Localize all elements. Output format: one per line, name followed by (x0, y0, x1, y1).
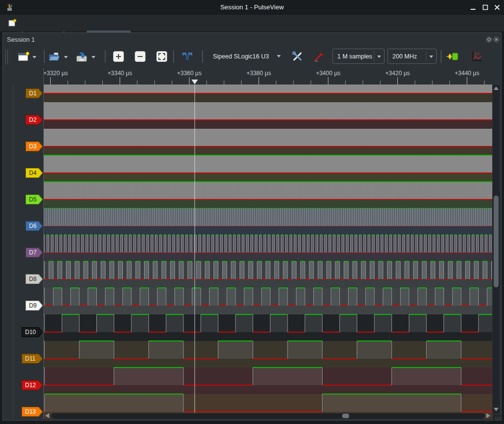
maximize-icon (482, 4, 488, 10)
horizontal-scroll-thumb[interactable] (342, 414, 349, 418)
zoom-out-icon (137, 53, 144, 60)
svg-text:+3380 µs: +3380 µs (246, 70, 271, 77)
device-name: Sipeed SLogic16 U3 (213, 53, 269, 60)
trace-D10[interactable] (44, 314, 492, 341)
zoom-out-button[interactable] (135, 51, 146, 62)
trace-D7[interactable] (44, 234, 492, 261)
svg-text:+3400 µs: +3400 µs (316, 70, 340, 77)
trace-D2[interactable] (44, 102, 492, 129)
channel-label-text: D9 (26, 301, 42, 310)
channel-label-text: D3 (26, 142, 42, 151)
channel-label-text: D2 (26, 115, 42, 124)
svg-text:+3440 µs: +3440 µs (455, 70, 479, 77)
channel-label-text: D6 (26, 222, 42, 230)
panel-title: Session 1 (7, 36, 35, 43)
channel-label-text: D5 (26, 195, 42, 204)
new-session-button[interactable] (5, 16, 20, 30)
configure-device-icon (292, 51, 303, 62)
minimize-button[interactable] (468, 3, 478, 12)
math-signal-icon: f(x) (471, 51, 482, 62)
scroll-right-icon[interactable] (486, 413, 490, 418)
toolbar-drag-handle[interactable] (7, 50, 8, 64)
channel-label-D12[interactable]: D12 (22, 380, 43, 390)
svg-text:+3320 µs: +3320 µs (44, 70, 68, 77)
window-title: Session 1 - PulseView (0, 3, 504, 11)
open-icon (48, 52, 60, 62)
channel-label-text: D13 (22, 407, 42, 416)
channel-label-D13[interactable]: D13 (22, 407, 43, 417)
channel-label-D11[interactable]: D11 (22, 354, 43, 364)
trace-D4[interactable] (44, 155, 492, 182)
svg-text:f(x): f(x) (474, 52, 479, 56)
minimize-icon (470, 4, 476, 10)
svg-text:+3340 µs: +3340 µs (108, 70, 132, 77)
toolbar-drag-handle[interactable] (5, 50, 6, 64)
trace-D6[interactable] (44, 208, 492, 235)
trace-D11[interactable] (44, 340, 492, 367)
add-decoder-button[interactable] (445, 51, 459, 62)
scroll-down-icon[interactable] (494, 408, 499, 411)
window-titlebar[interactable]: Session 1 - PulseView (0, 0, 504, 15)
configure-channels-button[interactable] (312, 50, 326, 63)
open-button[interactable] (48, 48, 72, 66)
sample-rate-value: 200 MHz (392, 53, 417, 60)
zoom-in-icon (115, 53, 122, 60)
scroll-up-icon[interactable] (494, 86, 499, 90)
channel-label-text: D11 (22, 354, 42, 363)
trace-pane-handle[interactable] (12, 85, 14, 419)
save-icon (76, 52, 88, 62)
dropdown-caret-icon (277, 55, 281, 57)
vertical-scroll-thumb[interactable] (494, 196, 499, 287)
channel-label-text: D10 (22, 328, 42, 337)
trace-D8[interactable] (44, 261, 492, 288)
close-icon (494, 4, 500, 10)
sample-count-select[interactable]: 1 M samples (332, 49, 385, 64)
channel-label-text: D12 (22, 381, 42, 390)
svg-text:+3360 µs: +3360 µs (177, 70, 202, 77)
trace-D9[interactable] (44, 287, 492, 314)
size-grip[interactable] (494, 416, 501, 422)
zoom-fit-button[interactable] (156, 51, 167, 62)
decoder-flags-icon (181, 51, 193, 62)
trace-D3[interactable] (44, 129, 492, 155)
new-view-button[interactable] (18, 48, 41, 66)
configure-device-button[interactable] (290, 50, 305, 63)
label-area-divider (43, 69, 44, 419)
float-panel-button[interactable] (486, 36, 492, 43)
channel-label-D10[interactable]: D10 (22, 327, 43, 337)
zoom-in-button[interactable] (113, 51, 124, 62)
svg-text:+3420 µs: +3420 µs (385, 70, 410, 77)
sample-count-value: 1 M samples (337, 53, 372, 60)
new-view-icon (18, 52, 30, 62)
add-decoder-icon (446, 51, 459, 62)
dropdown-caret-icon (429, 56, 433, 58)
scroll-left-icon[interactable] (45, 413, 49, 418)
device-selector[interactable]: Sipeed SLogic16 U3 (209, 49, 281, 64)
channel-label-text: D8 (26, 275, 42, 283)
trace-view[interactable]: +3320 µs+3340 µs+3360 µs+3380 µs+3400 µs… (44, 69, 492, 419)
maximize-button[interactable] (480, 3, 490, 12)
dropdown-caret-icon (64, 56, 68, 58)
sample-rate-select[interactable]: 200 MHz (387, 49, 437, 64)
channel-label-text: D1 (26, 89, 42, 98)
horizontal-scrollbar[interactable] (51, 413, 485, 419)
close-panel-button[interactable] (493, 36, 500, 43)
timeline-ruler[interactable]: +3320 µs+3340 µs+3360 µs+3380 µs+3400 µs… (44, 70, 485, 85)
close-button[interactable] (492, 3, 502, 12)
dropdown-caret-icon (91, 56, 95, 58)
configure-channels-icon (313, 51, 325, 62)
pulseview-window: Session 1 - PulseView Run (0, 0, 504, 424)
channel-label-text: D4 (26, 169, 42, 177)
new-session-icon (8, 19, 17, 28)
trace-D1[interactable] (44, 85, 492, 102)
main-toolbar: Run Session 1 (0, 15, 504, 31)
dropdown-caret-icon (32, 56, 36, 58)
zoom-fit-icon (158, 53, 165, 60)
trace-D12[interactable] (44, 367, 492, 394)
channel-label-text: D7 (26, 248, 42, 257)
save-button[interactable] (76, 48, 99, 66)
dropdown-caret-icon (377, 56, 381, 58)
trace-D5[interactable] (44, 181, 492, 208)
create-math-signal-button[interactable]: f(x) (470, 50, 483, 63)
show-decoders-button[interactable] (181, 51, 194, 62)
